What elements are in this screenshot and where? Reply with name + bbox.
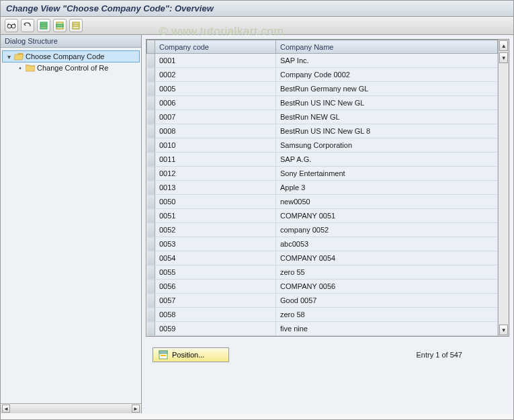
cell-company-name[interactable]: abc0053 [276,237,498,251]
cell-company-name[interactable]: BestRun Germany new GL [276,82,498,96]
table-row[interactable]: 0053abc0053 [147,237,498,251]
cell-company-name[interactable]: Sony Entertainment [276,167,498,181]
row-handle[interactable] [147,308,155,322]
tree-node-choose-company-code[interactable]: ▾ Choose Company Code [2,50,140,62]
cell-company-name[interactable]: BestRun NEW GL [276,110,498,124]
table-corner[interactable] [147,40,155,54]
table-row[interactable]: 0007BestRun NEW GL [147,110,498,124]
cell-company-code[interactable]: 0013 [155,181,276,195]
table-row[interactable]: 0006BestRun US INC New GL [147,96,498,110]
table-row[interactable]: 0051COMPANY 0051 [147,209,498,223]
scroll-down-bottom-icon[interactable]: ▼ [499,325,508,335]
tree-node-change-control[interactable]: • Change Control of Re [2,62,140,73]
cell-company-code[interactable]: 0053 [155,237,276,251]
table-row[interactable]: 0057Good 0057 [147,294,498,308]
row-handle[interactable] [147,138,155,153]
cell-company-code[interactable]: 0051 [155,209,276,223]
row-handle[interactable] [147,322,155,336]
row-handle[interactable] [147,280,155,294]
undo-button[interactable] [21,19,34,32]
row-handle[interactable] [147,82,155,96]
row-handle[interactable] [147,209,155,223]
cell-company-name[interactable]: company 0052 [276,223,498,237]
cell-company-name[interactable]: Good 0057 [276,294,498,308]
table-row[interactable]: 0008BestRun US INC New GL 8 [147,124,498,138]
cell-company-name[interactable]: zero 55 [276,265,498,280]
row-handle[interactable] [147,251,155,265]
display-change-button[interactable] [5,19,18,32]
cell-company-name[interactable]: BestRun US INC New GL [276,96,498,110]
deselect-all-button[interactable] [69,19,83,32]
table-row[interactable]: 0005BestRun Germany new GL [147,82,498,96]
scroll-up-icon[interactable]: ▲ [499,40,508,51]
table-row[interactable]: 0054COMPANY 0054 [147,251,498,265]
cell-company-name[interactable]: new0050 [276,195,498,209]
row-handle[interactable] [147,223,155,237]
cell-company-code[interactable]: 0012 [155,167,276,181]
scroll-right-icon[interactable]: ► [132,405,140,413]
row-handle[interactable] [147,195,155,209]
cell-company-name[interactable]: SAP A.G. [276,153,498,167]
cell-company-name[interactable]: zero 58 [276,308,498,322]
row-handle[interactable] [147,237,155,251]
cell-company-name[interactable]: COMPANY 0056 [276,280,498,294]
table-row[interactable]: 0010Samsung Corporation [147,138,498,153]
cell-company-code[interactable]: 0059 [155,322,276,336]
select-block-button[interactable] [53,19,67,32]
cell-company-code[interactable]: 0001 [155,54,276,68]
table-row[interactable]: 0058zero 58 [147,308,498,322]
select-all-button[interactable] [37,19,50,32]
cell-company-code[interactable]: 0005 [155,82,276,96]
cell-company-code[interactable]: 0056 [155,280,276,294]
scroll-track[interactable] [499,64,509,324]
row-handle[interactable] [147,124,155,138]
row-handle[interactable] [147,265,155,280]
cell-company-name[interactable]: five nine [276,322,498,336]
table-row[interactable]: 0050new0050 [147,195,498,209]
cell-company-name[interactable]: COMPANY 0054 [276,251,498,265]
cell-company-code[interactable]: 0010 [155,138,276,153]
cell-company-code[interactable]: 0054 [155,251,276,265]
table-row[interactable]: 0001SAP Inc. [147,54,498,68]
row-handle[interactable] [147,110,155,124]
position-button[interactable]: Position... [153,347,229,362]
cell-company-name[interactable]: Apple 3 [276,181,498,195]
cell-company-code[interactable]: 0008 [155,124,276,138]
sidebar-hscrollbar[interactable]: ◄ ► [1,403,141,413]
scroll-left-icon[interactable]: ◄ [2,405,10,413]
row-handle[interactable] [147,68,155,82]
cell-company-name[interactable]: SAP Inc. [276,54,498,68]
row-handle[interactable] [147,54,155,68]
table-row[interactable]: 0059five nine [147,322,498,336]
cell-company-code[interactable]: 0058 [155,308,276,322]
cell-company-name[interactable]: Company Code 0002 [276,68,498,82]
cell-company-name[interactable]: COMPANY 0051 [276,209,498,223]
row-handle[interactable] [147,294,155,308]
table-row[interactable]: 0013Apple 3 [147,181,498,195]
cell-company-code[interactable]: 0002 [155,68,276,82]
row-handle[interactable] [147,153,155,167]
table-row[interactable]: 0002Company Code 0002 [147,68,498,82]
table-vscrollbar[interactable]: ▲ ▼ ▼ [498,40,509,336]
cell-company-code[interactable]: 0006 [155,96,276,110]
column-header-company-code[interactable]: Company code [155,40,276,54]
tree-toggle-icon[interactable]: ▾ [5,53,12,60]
table-row[interactable]: 0056COMPANY 0056 [147,280,498,294]
table-row[interactable]: 0011SAP A.G. [147,153,498,167]
column-header-company-name[interactable]: Company Name [276,40,498,54]
row-handle[interactable] [147,181,155,195]
table-row[interactable]: 0055zero 55 [147,265,498,280]
row-handle[interactable] [147,96,155,110]
scroll-down-icon[interactable]: ▼ [499,52,508,63]
cell-company-code[interactable]: 0007 [155,110,276,124]
table-row[interactable]: 0012Sony Entertainment [147,167,498,181]
cell-company-code[interactable]: 0050 [155,195,276,209]
cell-company-code[interactable]: 0055 [155,265,276,280]
table-row[interactable]: 0052company 0052 [147,223,498,237]
cell-company-code[interactable]: 0052 [155,223,276,237]
cell-company-code[interactable]: 0011 [155,153,276,167]
cell-company-code[interactable]: 0057 [155,294,276,308]
row-handle[interactable] [147,167,155,181]
cell-company-name[interactable]: Samsung Corporation [276,138,498,153]
cell-company-name[interactable]: BestRun US INC New GL 8 [276,124,498,138]
